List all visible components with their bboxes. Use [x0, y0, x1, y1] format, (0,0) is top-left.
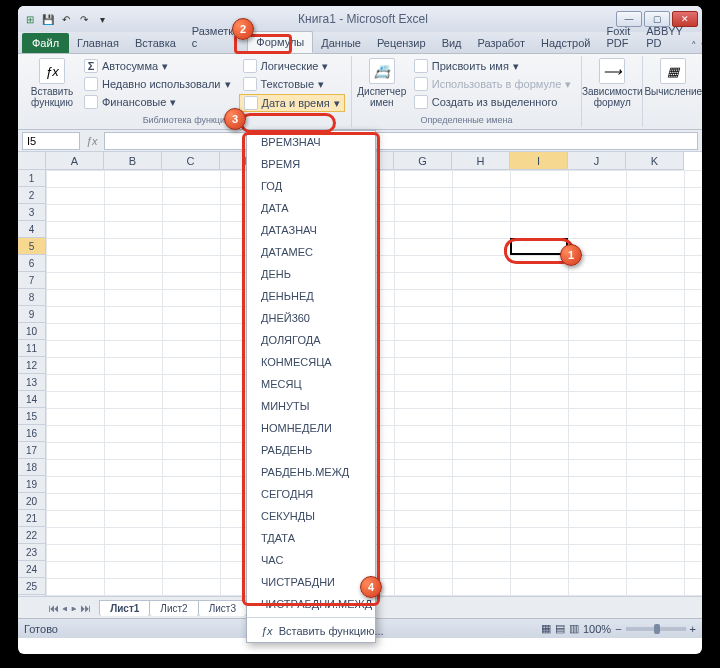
tab-insert[interactable]: Вставка [127, 33, 184, 53]
calculation-button[interactable]: ▦ Вычисление [649, 58, 697, 97]
dropdown-item[interactable]: ДНЕЙ360 [247, 307, 375, 329]
autosum-button[interactable]: ΣАвтосумма ▾ [80, 58, 235, 74]
col-header-K[interactable]: K [626, 152, 684, 170]
help-icon[interactable]: ? [701, 40, 702, 53]
datetime-button[interactable]: Дата и время ▾ [239, 94, 345, 112]
row-header-15[interactable]: 15 [18, 408, 46, 425]
row-header-23[interactable]: 23 [18, 544, 46, 561]
name-box[interactable] [22, 132, 80, 150]
financial-button[interactable]: Финансовые ▾ [80, 94, 235, 110]
tab-review[interactable]: Рецензир [369, 33, 434, 53]
tab-developer[interactable]: Разработ [470, 33, 533, 53]
row-header-10[interactable]: 10 [18, 323, 46, 340]
dropdown-item[interactable]: ДАТАМЕС [247, 241, 375, 263]
view-break-icon[interactable]: ▥ [569, 622, 579, 635]
logical-button[interactable]: Логические ▾ [239, 58, 345, 74]
row-header-25[interactable]: 25 [18, 578, 46, 595]
col-header-A[interactable]: A [46, 152, 104, 170]
row-header-20[interactable]: 20 [18, 493, 46, 510]
define-name-button[interactable]: Присвоить имя ▾ [410, 58, 576, 74]
sheet-nav-icons[interactable]: ⏮ ◀ ▶ ⏭ [48, 602, 91, 614]
dropdown-item[interactable]: ТДАТА [247, 527, 375, 549]
row-header-22[interactable]: 22 [18, 527, 46, 544]
qat-customize-icon[interactable]: ▾ [94, 11, 110, 27]
redo-icon[interactable]: ↷ [76, 11, 92, 27]
dropdown-item[interactable]: НОМНЕДЕЛИ [247, 417, 375, 439]
row-header-11[interactable]: 11 [18, 340, 46, 357]
col-header-B[interactable]: B [104, 152, 162, 170]
row-header-3[interactable]: 3 [18, 204, 46, 221]
col-header-G[interactable]: G [394, 152, 452, 170]
row-header-8[interactable]: 8 [18, 289, 46, 306]
dropdown-item[interactable]: РАБДЕНЬ [247, 439, 375, 461]
formula-bar[interactable] [104, 132, 698, 150]
dropdown-item[interactable]: ДОЛЯГОДА [247, 329, 375, 351]
fx-bar-icon[interactable]: ƒx [86, 135, 98, 147]
tab-data[interactable]: Данные [313, 33, 369, 53]
dropdown-item[interactable]: ДАТА [247, 197, 375, 219]
row-header-14[interactable]: 14 [18, 391, 46, 408]
row-header-21[interactable]: 21 [18, 510, 46, 527]
dropdown-item[interactable]: МИНУТЫ [247, 395, 375, 417]
dropdown-item[interactable]: ЧИСТРАБДНИ [247, 571, 375, 593]
sheet-tab-3[interactable]: Лист3 [198, 600, 247, 616]
row-header-1[interactable]: 1 [18, 170, 46, 187]
dropdown-item[interactable]: ВРЕМЯ [247, 153, 375, 175]
insert-function-button[interactable]: ƒx Вставить функцию [28, 58, 76, 112]
row-header-18[interactable]: 18 [18, 459, 46, 476]
tab-view[interactable]: Вид [434, 33, 470, 53]
zoom-out-icon[interactable]: − [615, 623, 621, 635]
row-header-13[interactable]: 13 [18, 374, 46, 391]
create-from-selection-button[interactable]: Создать из выделенного [410, 94, 576, 110]
dropdown-item[interactable]: ДАТАЗНАЧ [247, 219, 375, 241]
dropdown-item[interactable]: РАБДЕНЬ.МЕЖД [247, 461, 375, 483]
tab-formulas[interactable]: Формулы [247, 31, 313, 53]
formula-dependencies-button[interactable]: ⟶ Зависимости формул [588, 58, 636, 108]
tab-foxit[interactable]: Foxit PDF [598, 21, 638, 53]
dropdown-item[interactable]: ЧИСТРАБДНИ.МЕЖД [247, 593, 375, 615]
col-header-H[interactable]: H [452, 152, 510, 170]
name-manager-button[interactable]: 📇 Диспетчер имен [358, 58, 406, 110]
dropdown-item[interactable]: КОНМЕСЯЦА [247, 351, 375, 373]
row-header-24[interactable]: 24 [18, 561, 46, 578]
text-button[interactable]: Текстовые ▾ [239, 76, 345, 92]
save-icon[interactable]: 💾 [40, 11, 56, 27]
dropdown-item[interactable]: ГОД [247, 175, 375, 197]
dropdown-item[interactable]: ДЕНЬНЕД [247, 285, 375, 307]
col-header-I[interactable]: I [510, 152, 568, 170]
row-header-6[interactable]: 6 [18, 255, 46, 272]
row-header-2[interactable]: 2 [18, 187, 46, 204]
dropdown-item[interactable]: ДЕНЬ [247, 263, 375, 285]
row-header-9[interactable]: 9 [18, 306, 46, 323]
tab-home[interactable]: Главная [69, 33, 127, 53]
row-header-19[interactable]: 19 [18, 476, 46, 493]
view-layout-icon[interactable]: ▤ [555, 622, 565, 635]
tab-file[interactable]: Файл [22, 33, 69, 53]
undo-icon[interactable]: ↶ [58, 11, 74, 27]
row-header-5[interactable]: 5 [18, 238, 46, 255]
row-header-16[interactable]: 16 [18, 425, 46, 442]
dropdown-insert-function[interactable]: ƒx Вставить функцию... [247, 620, 375, 642]
row-header-7[interactable]: 7 [18, 272, 46, 289]
zoom-slider[interactable] [626, 627, 686, 631]
row-header-17[interactable]: 17 [18, 442, 46, 459]
tab-abbyy[interactable]: ABBYY PD [638, 21, 691, 53]
zoom-controls[interactable]: ▦ ▤ ▥ 100% − + [541, 622, 696, 635]
dropdown-item[interactable]: МЕСЯЦ [247, 373, 375, 395]
use-in-formula-button[interactable]: Использовать в формуле ▾ [410, 76, 576, 92]
row-header-26[interactable]: 26 [18, 595, 46, 596]
sheet-tab-1[interactable]: Лист1 [99, 600, 150, 616]
select-all-corner[interactable] [18, 152, 46, 170]
row-header-4[interactable]: 4 [18, 221, 46, 238]
zoom-in-icon[interactable]: + [690, 623, 696, 635]
dropdown-item[interactable]: СЕКУНДЫ [247, 505, 375, 527]
view-normal-icon[interactable]: ▦ [541, 622, 551, 635]
tab-addins[interactable]: Надстрой [533, 33, 598, 53]
dropdown-item[interactable]: ЧАС [247, 549, 375, 571]
ribbon-minimize-icon[interactable]: ˄ [691, 40, 697, 53]
dropdown-item[interactable]: СЕГОДНЯ [247, 483, 375, 505]
col-header-J[interactable]: J [568, 152, 626, 170]
row-header-12[interactable]: 12 [18, 357, 46, 374]
sheet-tab-2[interactable]: Лист2 [149, 600, 198, 616]
recent-button[interactable]: Недавно использовали ▾ [80, 76, 235, 92]
